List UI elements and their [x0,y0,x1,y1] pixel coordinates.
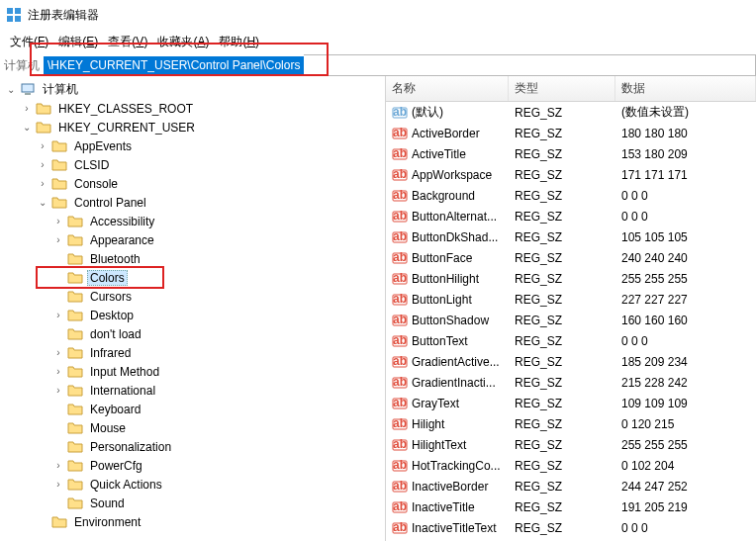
tree-item[interactable]: ›Infrared [0,343,385,362]
tree-item-label[interactable]: Colors [87,270,128,286]
tree-item[interactable]: ⌄HKEY_CURRENT_USER [0,118,385,136]
collapse-icon[interactable]: ⌄ [4,83,18,97]
menu-a[interactable]: 收藏夹(A) [153,32,213,52]
tree-item[interactable]: ›Desktop [0,306,385,324]
value-row[interactable]: abGradientActive...REG_SZ185 209 234 [386,351,756,372]
expand-icon[interactable]: › [51,365,65,379]
value-row[interactable]: abButtonFaceREG_SZ240 240 240 [386,247,756,268]
tree-item-label[interactable]: Quick Actions [87,477,165,493]
tree-item-label[interactable]: HKEY_CLASSES_ROOT [55,101,196,117]
tree-item[interactable]: ›PowerCfg [0,456,385,475]
tree-item-label[interactable]: Control Panel [71,195,149,211]
tree-item-label[interactable]: Appearance [87,232,157,248]
tree-item[interactable]: ›International [0,381,385,400]
expand-icon[interactable]: › [36,139,49,153]
tree-item-label[interactable]: 计算机 [40,80,81,99]
tree-item[interactable]: Cursors [0,287,385,306]
value-row[interactable]: abButtonShadowREG_SZ160 160 160 [386,310,756,330]
expand-icon[interactable]: › [51,384,65,398]
tree-item-label[interactable]: Infrared [87,345,134,361]
tree-item[interactable]: Bluetooth [0,249,385,268]
tree-item[interactable]: ›Console [0,174,385,193]
tree-item-label[interactable]: Keyboard [87,402,143,417]
value-row[interactable]: abBackgroundREG_SZ0 0 0 [386,185,756,206]
path-value[interactable]: \HKEY_CURRENT_USER\Control Panel\Colors [44,56,304,74]
expand-icon[interactable]: › [51,309,65,322]
tree-item[interactable]: Colors [0,268,385,287]
tree-item[interactable]: ›HKEY_CLASSES_ROOT [0,99,385,118]
tree-item-label[interactable]: Bluetooth [87,251,143,267]
menu-h[interactable]: 帮助(H) [215,32,263,52]
tree-item-label[interactable]: don't load [87,326,144,342]
expand-icon[interactable]: › [51,215,65,228]
expand-icon[interactable]: › [20,102,34,116]
tree-item[interactable]: don't load [0,324,385,343]
expand-icon[interactable]: › [36,177,49,191]
value-row[interactable]: abActiveBorderREG_SZ180 180 180 [386,123,756,143]
tree-item-label[interactable]: HKEY_CURRENT_USER [55,120,198,135]
tree-item-label[interactable]: Environment [71,514,143,530]
expand-icon[interactable]: › [51,459,65,473]
tree-item-label[interactable]: Accessibility [87,214,157,229]
path-field-rest[interactable] [304,54,756,76]
registry-tree[interactable]: ⌄计算机›HKEY_CLASSES_ROOT⌄HKEY_CURRENT_USER… [0,80,385,531]
tree-item-label[interactable]: PowerCfg [87,458,145,474]
tree-item[interactable]: ›Appearance [0,230,385,249]
value-row[interactable]: abHilightTextREG_SZ255 255 255 [386,434,756,455]
tree-item-label[interactable]: International [87,383,158,399]
col-header-data[interactable]: 数据 [615,76,756,101]
tree-item-label[interactable]: Cursors [87,289,135,305]
tree-item-label[interactable]: AppEvents [71,138,135,154]
value-row[interactable]: abHilightREG_SZ0 120 215 [386,413,756,434]
tree-item[interactable]: ›Input Method [0,362,385,381]
tree-item[interactable]: Sound [0,494,385,512]
menu-f[interactable]: 文件(F) [6,32,52,52]
tree-item[interactable]: Environment [0,512,385,531]
tree-item[interactable]: ⌄Control Panel [0,193,385,212]
tree-item[interactable]: ›AppEvents [0,136,385,155]
tree-item[interactable]: Keyboard [0,400,385,418]
value-row[interactable]: abHotTrackingCo...REG_SZ0 102 204 [386,455,756,476]
tree-item[interactable]: Personalization [0,437,385,456]
tree-item[interactable]: Mouse [0,418,385,437]
tree-item[interactable]: ⌄计算机 [0,80,385,99]
menu-e[interactable]: 编辑(E) [54,32,102,52]
value-row[interactable]: ab(默认)REG_SZ(数值未设置) [386,102,756,123]
value-row[interactable]: abButtonAlternat...REG_SZ0 0 0 [386,206,756,226]
folder-icon [67,251,83,267]
col-header-type[interactable]: 类型 [509,76,615,101]
value-row[interactable]: abInactiveTitleREG_SZ191 205 219 [386,496,756,517]
collapse-icon[interactable]: ⌄ [20,121,34,135]
string-value-icon: ab [392,105,408,121]
folder-icon [51,195,67,211]
collapse-icon[interactable]: ⌄ [36,196,49,210]
expand-icon[interactable]: › [51,233,65,247]
tree-item-label[interactable]: Mouse [87,420,129,436]
tree-item-label[interactable]: Input Method [87,364,162,380]
tree-item-label[interactable]: Console [71,176,121,192]
tree-item-label[interactable]: Desktop [87,308,137,323]
tree-item-label[interactable]: Sound [87,496,128,511]
value-row[interactable]: abButtonHilightREG_SZ255 255 255 [386,268,756,289]
folder-icon [67,270,83,286]
tree-item-label[interactable]: CLSID [71,157,112,173]
value-row[interactable]: abButtonTextREG_SZ0 0 0 [386,330,756,351]
tree-item-label[interactable]: Personalization [87,439,174,455]
expand-icon[interactable]: › [51,478,65,492]
value-row[interactable]: abButtonLightREG_SZ227 227 227 [386,289,756,310]
expand-icon[interactable]: › [51,346,65,360]
tree-item[interactable]: ›Quick Actions [0,475,385,494]
value-row[interactable]: abGradientInacti...REG_SZ215 228 242 [386,372,756,393]
values-list[interactable]: 名称 类型 数据 ab(默认)REG_SZ(数值未设置)abActiveBord… [386,76,756,541]
tree-item[interactable]: ›Accessibility [0,212,385,230]
value-row[interactable]: abActiveTitleREG_SZ153 180 209 [386,143,756,164]
value-row[interactable]: abInactiveBorderREG_SZ244 247 252 [386,476,756,496]
tree-item[interactable]: ›CLSID [0,155,385,174]
menu-v[interactable]: 查看(V) [104,32,151,52]
col-header-name[interactable]: 名称 [386,76,509,101]
value-row[interactable]: abInactiveTitleTextREG_SZ0 0 0 [386,517,756,538]
value-row[interactable]: abAppWorkspaceREG_SZ171 171 171 [386,164,756,185]
value-row[interactable]: abButtonDkShad...REG_SZ105 105 105 [386,226,756,247]
expand-icon[interactable]: › [36,158,49,172]
value-row[interactable]: abGrayTextREG_SZ109 109 109 [386,393,756,413]
